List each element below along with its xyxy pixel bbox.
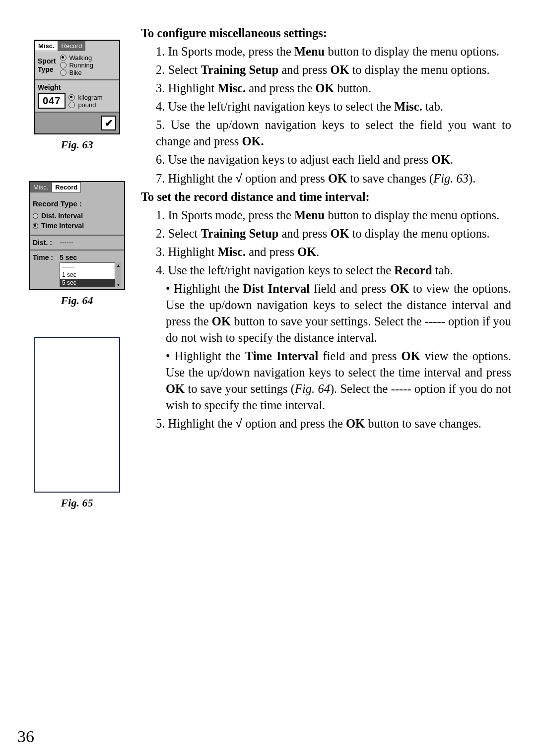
radio-bike[interactable] [60,69,67,76]
heading-set-record: To set the record distance and time inte… [141,189,511,205]
time-value[interactable]: 5 sec [60,253,77,261]
tab-record[interactable]: Record [58,41,86,51]
tabs-fig64: Misc. Record [30,182,124,192]
step-2-4: 4. Use the left/right navigation keys to… [141,262,511,278]
opt-dist-interval: Dist. Interval [41,212,83,220]
radio-dist-interval[interactable] [33,213,38,219]
tab-misc-2[interactable]: Misc. [30,182,52,192]
sport-type-label: Sport Type [38,57,56,74]
weight-label: Weight [38,83,116,91]
device-fig64: Misc. Record Record Type : Dist. Interva… [29,181,125,290]
unit-pound: pound [78,101,96,109]
device-fig63: Misc. Record Sport Type Walking Running … [34,40,120,134]
dd-5sec[interactable]: 5 sec [60,279,115,287]
step-2-1: 1. In Sports mode, press the Menu button… [141,207,511,223]
caption-fig63: Fig. 63 [25,138,129,151]
bullet-time-interval: • Highlight the Time Interval field and … [141,348,511,413]
dist-label: Dist. : [33,239,57,247]
left-column: Misc. Record Sport Type Walking Running … [25,25,129,509]
tab-misc[interactable]: Misc. [35,41,58,51]
scroll-down-icon[interactable]: ▾ [117,282,120,287]
time-label: Time : [33,253,57,261]
tabs-fig63: Misc. Record [35,41,119,51]
bullet-dist-interval: • Highlight the Dist Interval field and … [141,280,511,346]
radio-walking[interactable] [60,55,67,61]
record-type-label: Record Type : [33,199,121,208]
opt-bike: Bike [69,69,82,76]
step-2-5: 5. Highlight the √ option and press the … [141,415,511,432]
step-2-2: 2. Select Training Setup and press OK to… [141,225,511,242]
radio-running[interactable] [60,62,67,68]
opt-time-interval: Time Interval [41,222,84,230]
page-number: 36 [17,727,34,746]
dropdown-scrollbar[interactable]: ▴ ▾ [115,262,121,287]
right-column: To configure miscellaneous settings: 1. … [141,25,511,509]
radio-kilogram[interactable] [68,94,75,101]
step-1-7: 7. Highlight the √ option and press OK t… [141,170,511,187]
radio-pound[interactable] [68,102,75,108]
opt-running: Running [69,62,93,69]
heading-configure-misc: To configure miscellaneous settings: [141,25,511,41]
step-1-1: 1. In Sports mode, press the Menu button… [141,43,511,60]
dd-1sec[interactable]: 1 sec [60,271,115,279]
opt-walking: Walking [69,54,92,62]
caption-fig64: Fig. 64 [25,294,129,307]
radio-time-interval[interactable] [33,223,38,229]
step-1-5: 5. Use the up/down navigation keys to se… [141,117,511,149]
scroll-up-icon[interactable]: ▴ [117,262,120,268]
step-2-3: 3. Highlight Misc. and press OK. [141,244,511,260]
caption-fig65: Fig. 65 [25,497,129,509]
step-1-3: 3. Highlight Misc. and press the OK butt… [141,80,511,96]
dist-value: ------ [60,239,73,247]
step-1-4: 4. Use the left/right navigation keys to… [141,98,511,115]
tab-record-2[interactable]: Record [52,182,81,192]
step-1-2: 2. Select Training Setup and press OK to… [141,62,511,78]
time-dropdown[interactable]: ------ 1 sec 5 sec [60,262,115,287]
unit-kilogram: kilogram [78,94,102,101]
check-button[interactable]: ✔ [101,116,116,130]
weight-value[interactable]: 047 [38,93,66,109]
device-fig65-placeholder [34,337,120,493]
step-1-6: 6. Use the navigation keys to adjust eac… [141,151,511,168]
dd-dash[interactable]: ------ [60,263,115,271]
